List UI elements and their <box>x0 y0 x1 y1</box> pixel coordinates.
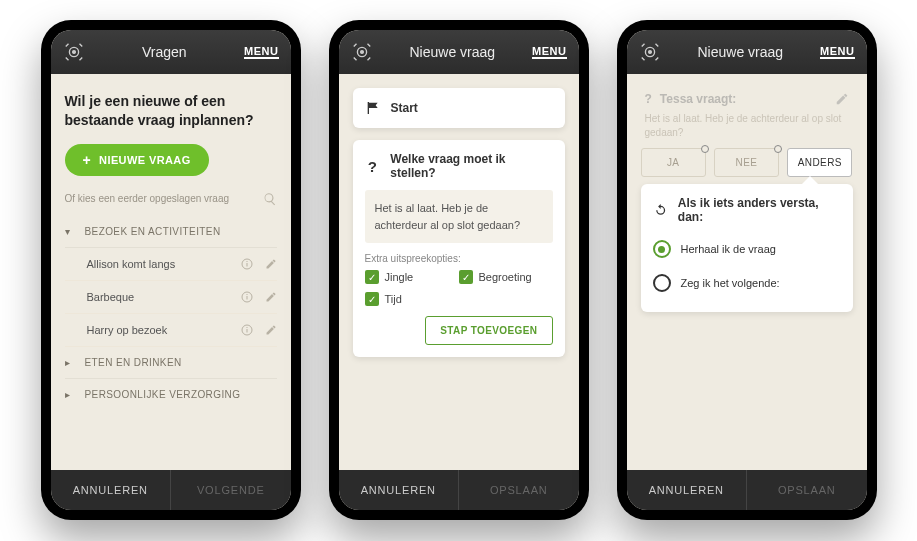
question-card: ? Welke vraag moet ik stellen? Het is al… <box>353 140 565 357</box>
new-question-label: NIEUWE VRAAG <box>99 154 191 166</box>
edit-icon[interactable] <box>265 291 277 303</box>
plus-icon: + <box>83 153 92 167</box>
app-logo-icon <box>639 41 661 63</box>
checkbox-tijd[interactable]: ✓ Tijd <box>365 292 459 306</box>
checkbox-begroeting[interactable]: ✓ Begroeting <box>459 270 553 284</box>
new-question-button[interactable]: + NIEUWE VRAAG <box>65 144 209 176</box>
category-persoonlijke[interactable]: ▸ PERSOONLIJKE VERZORGING <box>65 379 277 410</box>
answer-tabs: JA NEE ANDERS <box>641 148 853 177</box>
app-logo-icon <box>63 41 85 63</box>
menu-button[interactable]: MENU <box>244 45 278 59</box>
bottombar: ANNULEREN OPSLAAN <box>627 470 867 510</box>
svg-rect-6 <box>246 296 247 300</box>
page-title: Vragen <box>85 44 245 60</box>
radio-icon <box>653 240 671 258</box>
flag-icon <box>365 100 381 116</box>
svg-rect-7 <box>246 294 247 295</box>
tab-ja[interactable]: JA <box>641 148 706 177</box>
topbar: Vragen MENU <box>51 30 291 74</box>
radio-icon <box>653 274 671 292</box>
svg-rect-10 <box>246 327 247 328</box>
topbar: Nieuwe vraag MENU <box>627 30 867 74</box>
svg-rect-9 <box>246 329 247 333</box>
svg-point-14 <box>648 51 651 54</box>
page-title: Nieuwe vraag <box>661 44 821 60</box>
previous-step-ghost: ? Tessa vraagt: Het is al laat. Heb je d… <box>641 88 853 140</box>
chevron-down-icon: ▾ <box>65 226 75 237</box>
saved-note: Of kies een eerder opgeslagen vraag <box>65 193 230 204</box>
page-title: Nieuwe vraag <box>373 44 533 60</box>
phone-1: Vragen MENU Wil je een nieuwe of een bes… <box>41 20 301 520</box>
add-step-button[interactable]: STAP TOEVOEGEN <box>425 316 552 345</box>
app-logo-icon <box>351 41 373 63</box>
list-item[interactable]: Barbeque <box>65 281 277 314</box>
svg-rect-3 <box>246 263 247 267</box>
svg-point-1 <box>72 51 75 54</box>
info-icon[interactable] <box>241 291 253 303</box>
category-bezoek[interactable]: ▾ BEZOEK EN ACTIVITEITEN <box>65 216 277 248</box>
edit-icon[interactable] <box>265 258 277 270</box>
cancel-button[interactable]: ANNULEREN <box>339 470 459 510</box>
tab-nee[interactable]: NEE <box>714 148 779 177</box>
list-item[interactable]: Harry op bezoek <box>65 314 277 347</box>
search-icon[interactable] <box>263 192 277 206</box>
radio-repeat[interactable]: Herhaal ik de vraag <box>653 232 841 266</box>
question-icon: ? <box>645 92 652 106</box>
bottombar: ANNULEREN OPSLAAN <box>339 470 579 510</box>
next-button[interactable]: VOLGENDE <box>171 470 291 510</box>
asker-label: Tessa vraagt: <box>660 92 736 106</box>
cancel-button[interactable]: ANNULEREN <box>51 470 171 510</box>
start-card: Start <box>353 88 565 128</box>
svg-point-12 <box>360 51 363 54</box>
save-button[interactable]: OPSLAAN <box>747 470 867 510</box>
question-input[interactable]: Het is al laat. Heb je de achterdeur al … <box>365 190 553 243</box>
extra-options-label: Extra uitspreekopties: <box>365 253 553 264</box>
ghost-question-text: Het is al laat. Heb je de achterdeur al … <box>645 112 849 140</box>
category-eten[interactable]: ▸ ETEN EN DRINKEN <box>65 347 277 379</box>
chevron-right-icon: ▸ <box>65 389 75 400</box>
menu-button[interactable]: MENU <box>532 45 566 59</box>
checkbox-jingle[interactable]: ✓ Jingle <box>365 270 459 284</box>
check-icon: ✓ <box>365 292 379 306</box>
info-icon[interactable] <box>241 324 253 336</box>
fallback-title: Als ik iets anders versta, dan: <box>678 196 841 224</box>
question-icon: ? <box>365 158 381 174</box>
question-title: Welke vraag moet ik stellen? <box>390 152 552 180</box>
phone-2: Nieuwe vraag MENU Start ? Welke vraag mo… <box>329 20 589 520</box>
check-icon: ✓ <box>365 270 379 284</box>
topbar: Nieuwe vraag MENU <box>339 30 579 74</box>
refresh-icon <box>653 202 668 218</box>
heading: Wil je een nieuwe of een bestaande vraag… <box>65 92 277 130</box>
cancel-button[interactable]: ANNULEREN <box>627 470 747 510</box>
fallback-card: Als ik iets anders versta, dan: Herhaal … <box>641 184 853 312</box>
check-icon: ✓ <box>459 270 473 284</box>
svg-rect-4 <box>246 261 247 262</box>
tab-anders[interactable]: ANDERS <box>787 148 852 177</box>
menu-button[interactable]: MENU <box>820 45 854 59</box>
start-label: Start <box>391 101 418 115</box>
list-item[interactable]: Allison komt langs <box>65 248 277 281</box>
radio-say[interactable]: Zeg ik het volgende: <box>653 266 841 300</box>
phone-3: Nieuwe vraag MENU ? Tessa vraagt: Het is… <box>617 20 877 520</box>
edit-icon[interactable] <box>835 92 849 106</box>
info-icon[interactable] <box>241 258 253 270</box>
save-button[interactable]: OPSLAAN <box>459 470 579 510</box>
edit-icon[interactable] <box>265 324 277 336</box>
bottombar: ANNULEREN VOLGENDE <box>51 470 291 510</box>
chevron-right-icon: ▸ <box>65 357 75 368</box>
